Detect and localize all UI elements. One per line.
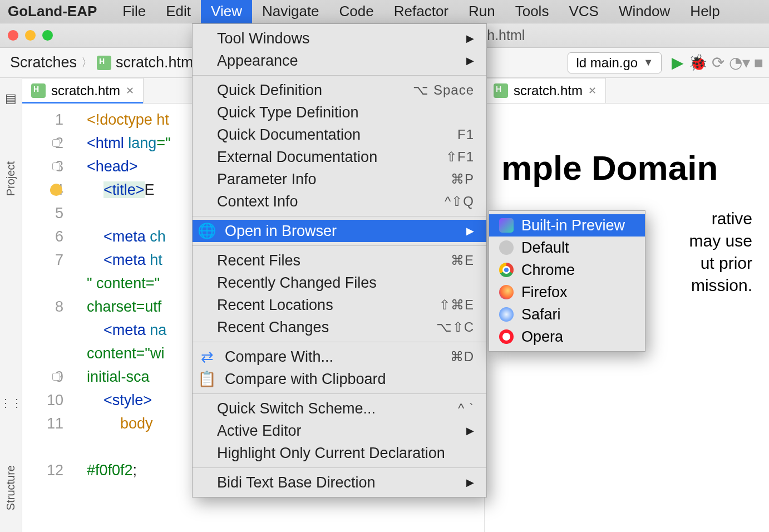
menu-highlight-current-declaration[interactable]: Highlight Only Current Declaration <box>193 442 486 464</box>
globe-icon <box>499 240 514 255</box>
breadcrumb-root[interactable]: Scratches <box>10 54 77 71</box>
safari-icon <box>499 307 514 322</box>
chrome-icon <box>499 263 514 277</box>
menu-quick-documentation[interactable]: Quick DocumentationF1 <box>193 124 486 146</box>
coverage-icon[interactable]: ⟳ <box>712 54 724 71</box>
menu-quick-type-definition[interactable]: Quick Type Definition <box>193 101 486 124</box>
line-number: 7 <box>55 252 63 268</box>
line-number: 5 <box>55 205 63 221</box>
tab-label: scratch.htm <box>514 83 583 98</box>
submenu-arrow-icon: ▶ <box>466 32 474 45</box>
menu-quick-switch-scheme[interactable]: Quick Switch Scheme...^ ` <box>193 397 486 420</box>
menu-view[interactable]: View <box>201 0 252 23</box>
browser-chrome[interactable]: Chrome <box>489 259 645 281</box>
line-number: 12 <box>47 462 63 479</box>
menu-compare-with-clipboard[interactable]: 📋Compare with Clipboard <box>193 368 486 390</box>
menu-compare-with[interactable]: ⇄Compare With...⌘D <box>193 346 486 368</box>
intention-bulb-icon[interactable] <box>50 184 62 196</box>
menu-window[interactable]: Window <box>609 0 680 23</box>
debug-icon[interactable]: 🐞 <box>688 54 708 71</box>
line-number: 8 <box>55 298 63 315</box>
close-window-icon[interactable] <box>8 30 18 41</box>
traffic-lights <box>8 30 53 41</box>
chevron-down-icon: ▼ <box>643 57 653 68</box>
app-name: GoLand-EAP <box>8 3 97 20</box>
sidebar-tab-project[interactable]: Project <box>4 150 17 207</box>
stop-icon[interactable]: ■ <box>754 54 763 71</box>
structure-icon[interactable]: ⋮⋮ <box>0 396 22 410</box>
opera-icon <box>499 329 514 344</box>
menu-appearance[interactable]: Appearance▶ <box>193 50 486 72</box>
menu-parameter-info[interactable]: Parameter Info⌘P <box>193 168 486 190</box>
menu-recent-changes[interactable]: Recent Changes⌥⇧C <box>193 316 486 338</box>
menu-external-documentation[interactable]: External Documentation⇧F1 <box>193 146 486 168</box>
minimize-window-icon[interactable] <box>25 30 36 41</box>
menu-recent-files[interactable]: Recent Files⌘E <box>193 249 486 272</box>
menu-active-editor[interactable]: Active Editor▶ <box>193 420 486 442</box>
browser-default[interactable]: Default <box>489 237 645 259</box>
menu-quick-definition[interactable]: Quick Definition⌥ Space <box>193 79 486 101</box>
tool-window-tabs: ▤ Project ⋮⋮ Structure ★ Favorites <box>0 78 22 532</box>
editor-tabs-right: scratch.htm ✕ <box>485 78 769 104</box>
browser-firefox[interactable]: Firefox <box>489 281 645 303</box>
tab-label: scratch.htm <box>51 83 120 98</box>
run-icon[interactable]: ▶ <box>672 54 684 71</box>
line-number: 11 <box>47 415 63 432</box>
run-config-label: ld main.go <box>576 55 638 71</box>
profile-icon[interactable]: ◔▾ <box>729 54 750 71</box>
sidebar-tab-structure[interactable]: Structure <box>4 454 17 521</box>
menu-bidi-text-direction[interactable]: Bidi Text Base Direction▶ <box>193 471 486 494</box>
goland-icon <box>499 218 514 233</box>
menu-tool-windows[interactable]: Tool Windows▶ <box>193 27 486 50</box>
submenu-arrow-icon: ▶ <box>466 425 474 437</box>
breadcrumb-separator-icon: 〉 <box>81 55 92 70</box>
html-file-icon <box>494 83 508 98</box>
menu-recently-changed-files[interactable]: Recently Changed Files <box>193 272 486 294</box>
fold-icon[interactable] <box>52 162 60 170</box>
menu-open-in-browser[interactable]: 🌐Open in Browser▶ <box>193 220 486 242</box>
folder-icon[interactable]: ▤ <box>5 91 17 106</box>
menu-code[interactable]: Code <box>329 0 384 23</box>
browser-opera[interactable]: Opera <box>489 326 645 348</box>
close-tab-icon[interactable]: ✕ <box>126 85 134 97</box>
macos-menubar: GoLand-EAP File Edit View Navigate Code … <box>0 0 769 23</box>
html-file-icon <box>31 83 46 98</box>
zoom-window-icon[interactable] <box>42 30 53 41</box>
source-text[interactable]: <!doctype ht <html lang=" <head> <title>… <box>83 104 171 532</box>
menu-vcs[interactable]: VCS <box>559 0 608 23</box>
menu-file[interactable]: File <box>112 0 156 23</box>
fold-icon[interactable] <box>52 139 60 147</box>
fold-icon[interactable] <box>52 373 60 381</box>
diff-icon: ⇄ <box>200 348 214 366</box>
browser-builtin-preview[interactable]: Built-in Preview <box>489 214 645 237</box>
submenu-arrow-icon: ▶ <box>466 55 474 67</box>
submenu-arrow-icon: ▶ <box>466 476 474 489</box>
submenu-arrow-icon: ▶ <box>466 225 474 237</box>
tab-scratch-right[interactable]: scratch.htm ✕ <box>485 78 606 103</box>
breadcrumb-file[interactable]: scratch.html <box>116 54 197 71</box>
menu-run[interactable]: Run <box>459 0 505 23</box>
menu-edit[interactable]: Edit <box>156 0 201 23</box>
menu-refactor[interactable]: Refactor <box>384 0 459 23</box>
line-number: 6 <box>55 228 63 245</box>
menu-tools[interactable]: Tools <box>505 0 559 23</box>
line-number: 10 <box>47 392 63 408</box>
tab-scratch-left[interactable]: scratch.htm ✕ <box>22 78 144 103</box>
view-menu-dropdown: Tool Windows▶ Appearance▶ Quick Definiti… <box>192 23 487 497</box>
menu-navigate[interactable]: Navigate <box>252 0 329 23</box>
browser-safari[interactable]: Safari <box>489 303 645 326</box>
gutter: 1 2 3 4 5 6 7 8 9 10 11 12 <box>22 104 83 532</box>
menu-recent-locations[interactable]: Recent Locations⇧⌘E <box>193 294 486 316</box>
breadcrumb[interactable]: Scratches 〉 scratch.html <box>6 54 201 71</box>
open-in-browser-submenu: Built-in Preview Default Chrome Firefox … <box>489 210 645 352</box>
globe-icon: 🌐 <box>200 222 214 240</box>
run-config-selector[interactable]: ld main.go ▼ <box>568 52 662 73</box>
firefox-icon <box>499 285 514 299</box>
line-number: 1 <box>55 111 63 128</box>
close-tab-icon[interactable]: ✕ <box>588 85 597 97</box>
menu-help[interactable]: Help <box>680 0 729 23</box>
clipboard-diff-icon: 📋 <box>200 370 214 388</box>
run-toolbar: ▶ 🐞 ⟳ ◔▾ ■ <box>672 53 763 72</box>
preview-heading: mple Domain <box>501 148 752 188</box>
menu-context-info[interactable]: Context Info^⇧Q <box>193 190 486 213</box>
